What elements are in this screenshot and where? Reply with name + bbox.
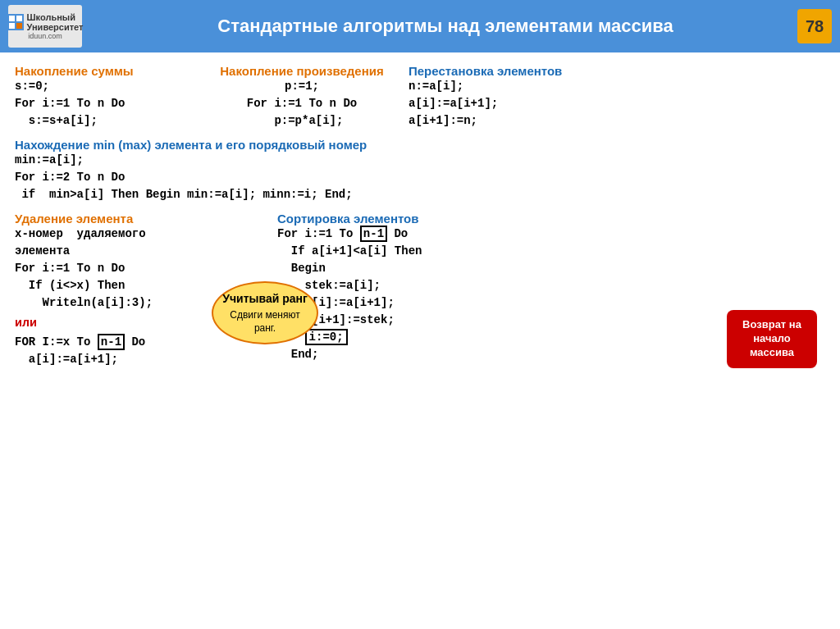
min-section: Нахождение min (max) элемента и его поря… — [15, 138, 825, 203]
sort-title: Сортировка элементов — [277, 212, 825, 226]
prod-line1: p:=1; — [195, 78, 409, 95]
header: Школьный Университет iduun.com Стандартн… — [0, 0, 840, 52]
prod-line2: For i:=1 To n Do — [195, 95, 409, 112]
del-line2: элемента — [15, 243, 261, 260]
sum-code: s:=0; For i:=1 To n Do s:=s+a[i]; — [15, 78, 195, 130]
sort-line2: If a[i+1]<a[i] Then — [277, 243, 825, 260]
sum-title: Накопление суммы — [15, 64, 195, 78]
return-text: Возврат на начало массива — [733, 318, 810, 360]
min-title: Нахождение min (max) элемента и его поря… — [15, 138, 825, 152]
svg-rect-3 — [16, 23, 22, 29]
page-number: 78 — [797, 9, 832, 43]
del-line7: a[i]:=a[i+1]; — [15, 351, 261, 368]
svg-rect-1 — [16, 16, 22, 21]
header-title: Стандартные алгоритмы над элементами мас… — [94, 16, 797, 37]
sort-line3: Begin — [277, 260, 825, 277]
sort-line5: a[i]:=a[i+1]; — [277, 294, 825, 312]
del-line1: x-номер удаляемого — [15, 226, 261, 243]
min-line2: For i:=2 To n Do — [15, 169, 825, 186]
logo-icon — [7, 14, 24, 30]
swap-code: n:=a[i]; a[i]:=a[i+1]; a[i+1]:=n; — [409, 78, 825, 130]
logo: Школьный Университет iduun.com — [8, 5, 82, 48]
swap-line2: a[i]:=a[i+1]; — [409, 95, 825, 112]
bubble-title: Учитывай ранг — [220, 291, 310, 306]
logo-url: iduun.com — [28, 32, 62, 40]
swap-title: Перестановка элементов — [409, 64, 825, 78]
prod-title: Накопление произведения — [195, 64, 409, 78]
del-line6: FOR I:=x To n-1 Do — [15, 334, 261, 351]
sum-line1: s:=0; — [15, 78, 195, 95]
sum-section: Накопление суммы s:=0; For i:=1 To n Do … — [15, 64, 195, 130]
min-line3: if min>a[i] Then Begin min:=a[i]; minn:=… — [15, 186, 825, 203]
swap-section: Перестановка элементов n:=a[i]; a[i]:=a[… — [409, 64, 825, 130]
bubble-sub: Сдвиги меняют ранг. — [220, 309, 310, 335]
svg-rect-2 — [9, 23, 15, 29]
sum-line3: s:=s+a[i]; — [15, 112, 195, 130]
min-code: min:=a[i]; For i:=2 To n Do if min>a[i] … — [15, 152, 825, 203]
content: Накопление суммы s:=0; For i:=1 To n Do … — [0, 52, 840, 376]
sort-line4: stek:=a[i]; — [277, 277, 825, 294]
svg-rect-0 — [9, 16, 15, 21]
sort-line1: For i:=1 To n-1 Do — [277, 226, 825, 243]
sum-line2: For i:=1 To n Do — [15, 95, 195, 112]
del-line3: For i:=1 To n Do — [15, 260, 261, 277]
min-line1: min:=a[i]; — [15, 152, 825, 169]
top-row: Накопление суммы s:=0; For i:=1 To n Do … — [15, 64, 825, 130]
prod-code: p:=1; For i:=1 To n Do p:=p*a[i]; — [195, 78, 409, 130]
prod-section: Накопление произведения p:=1; For i:=1 T… — [195, 64, 409, 130]
swap-line3: a[i+1]:=n; — [409, 112, 825, 130]
bottom-row: Удаление элемента x-номер удаляемого эле… — [15, 212, 825, 368]
delete-section: Удаление элемента x-номер удаляемого эле… — [15, 212, 261, 368]
bubble-учитывай: Учитывай ранг Сдвиги меняют ранг. — [212, 281, 318, 344]
prod-line3: p:=p*a[i]; — [195, 112, 409, 130]
del-title: Удаление элемента — [15, 212, 261, 226]
logo-text-sub1: Университет — [27, 22, 84, 32]
swap-line1: n:=a[i]; — [409, 78, 825, 95]
bubble-return: Возврат на начало массива — [727, 310, 817, 368]
logo-text-main: Школьный — [27, 12, 84, 22]
